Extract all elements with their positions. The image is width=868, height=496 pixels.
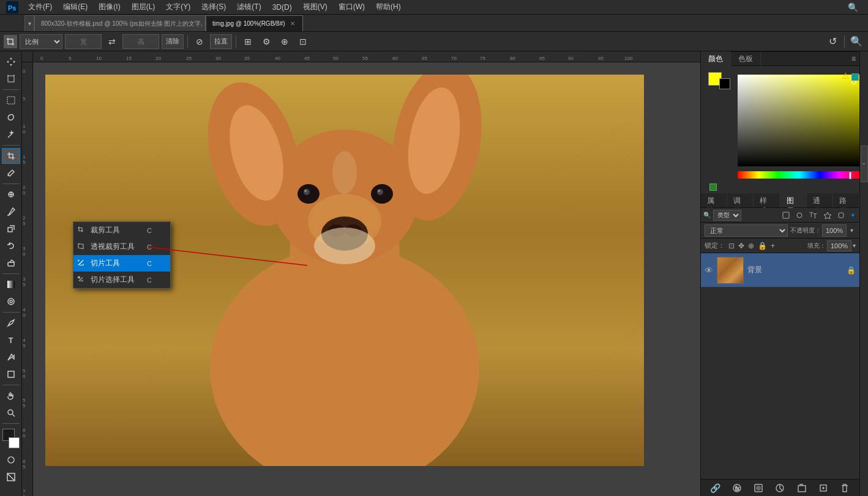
- menu-3d[interactable]: 3D(D): [268, 2, 297, 13]
- lock-pixels-icon[interactable]: ⊡: [728, 242, 735, 250]
- ctx-item-slice[interactable]: 切片工具 C: [73, 255, 170, 272]
- height-input[interactable]: [122, 34, 159, 49]
- web-color-swatch[interactable]: [709, 183, 717, 191]
- filter-active-btn[interactable]: •: [848, 209, 857, 221]
- expand-panels-btn[interactable]: ›: [861, 146, 868, 182]
- tab-color[interactable]: 颜色: [701, 51, 731, 67]
- filter-pixel-btn[interactable]: [780, 209, 792, 221]
- tool-artboard[interactable]: [2, 71, 20, 87]
- lock-extra-icon[interactable]: +: [771, 242, 775, 250]
- tool-blur[interactable]: [2, 294, 20, 309]
- tab-styles[interactable]: 样式: [754, 193, 780, 207]
- opacity-chevron[interactable]: ▾: [848, 224, 856, 237]
- add-style-btn[interactable]: fx: [731, 482, 743, 494]
- divider-1: [187, 35, 188, 48]
- tool-shape[interactable]: [2, 366, 20, 382]
- straighten-btn[interactable]: 拉直: [210, 34, 232, 49]
- bg-swatch[interactable]: [719, 78, 730, 89]
- tool-lasso[interactable]: [2, 109, 20, 125]
- aspect-ratio-select[interactable]: 比例: [20, 34, 62, 49]
- filter-smart-btn[interactable]: [835, 209, 847, 221]
- add-link-btn[interactable]: 🔗: [709, 482, 722, 494]
- zoom-in-btn[interactable]: 🔍: [848, 34, 864, 50]
- menu-text[interactable]: 文字(Y): [161, 1, 195, 13]
- tab-layers[interactable]: 图层: [780, 193, 807, 207]
- lock-artboard-icon[interactable]: ⊕: [748, 242, 754, 250]
- delete-layer-btn[interactable]: [839, 482, 851, 494]
- rotate-btn[interactable]: ↺: [825, 34, 840, 50]
- tool-crop[interactable]: [2, 148, 20, 164]
- layer-type-filter[interactable]: 类型: [713, 210, 741, 221]
- tool-marquee[interactable]: [2, 92, 20, 108]
- color-panel-menu[interactable]: ≡: [848, 54, 859, 63]
- grid-btn[interactable]: ⊞: [240, 34, 256, 50]
- tool-pen[interactable]: [2, 315, 20, 331]
- add-adjustment-btn[interactable]: [774, 482, 786, 494]
- tool-clone[interactable]: [2, 221, 20, 237]
- hue-slider[interactable]: [738, 171, 859, 179]
- tab-1-close[interactable]: ✕: [289, 20, 296, 28]
- blend-mode-select[interactable]: 正常: [705, 224, 788, 237]
- color-swatches[interactable]: [708, 72, 730, 89]
- add-layer-btn[interactable]: [817, 482, 829, 494]
- tab-paths[interactable]: 路径: [833, 193, 859, 207]
- width-input[interactable]: [65, 34, 102, 49]
- menu-image[interactable]: 图像(I): [94, 1, 125, 13]
- menu-window[interactable]: 窗口(W): [334, 1, 370, 13]
- background-color[interactable]: [9, 437, 20, 448]
- tool-eraser[interactable]: [2, 255, 20, 271]
- tool-gradient[interactable]: [2, 276, 20, 292]
- ctx-item-crop[interactable]: 裁剪工具 C: [73, 222, 170, 239]
- tool-path-select[interactable]: [2, 349, 20, 365]
- tool-magic-wand[interactable]: [2, 127, 20, 143]
- tool-text[interactable]: T: [2, 332, 20, 348]
- tool-quick-mask[interactable]: [2, 452, 20, 468]
- menu-layer[interactable]: 图层(L): [127, 1, 160, 13]
- color-web-swatch[interactable]: [851, 73, 859, 81]
- menu-search-icon[interactable]: 🔍: [843, 1, 863, 13]
- ruler-h-0: 0: [40, 56, 43, 61]
- tab-0[interactable]: 800x320-软件模板.psd @ 100% (ps如何去除 图片上的文字, …: [34, 15, 206, 31]
- menu-edit[interactable]: 编辑(E): [58, 1, 92, 13]
- layer-item-background[interactable]: 👁 背景 🔒: [701, 253, 859, 287]
- tab-properties[interactable]: 属性: [701, 193, 727, 207]
- tool-hand[interactable]: [2, 388, 20, 404]
- extra-btn[interactable]: ⊕: [277, 34, 293, 50]
- tool-zoom[interactable]: [2, 405, 20, 421]
- fill-input[interactable]: [827, 240, 851, 251]
- ctx-item-slice-select[interactable]: 切片选择工具 C: [73, 272, 170, 288]
- foreground-background-colors[interactable]: [2, 429, 20, 448]
- swap-dimensions-btn[interactable]: ⇄: [104, 34, 120, 50]
- tabs-collapse-btn[interactable]: ▾: [24, 15, 34, 31]
- layer-visibility-eye[interactable]: 👁: [705, 265, 713, 275]
- settings-btn[interactable]: ⚙: [258, 34, 274, 50]
- expand-btn[interactable]: ⊡: [295, 34, 311, 50]
- lock-position-icon[interactable]: ✥: [738, 242, 744, 250]
- lock-all-icon[interactable]: 🔒: [758, 242, 767, 250]
- ctx-item-perspective-crop[interactable]: 透视裁剪工具 C: [73, 239, 170, 255]
- tool-healing[interactable]: [2, 187, 20, 202]
- tool-screen-mode[interactable]: [2, 469, 20, 485]
- menu-select[interactable]: 选择(S): [196, 1, 231, 13]
- filter-shape-btn[interactable]: [821, 209, 834, 221]
- menu-view[interactable]: 视图(V): [298, 1, 332, 13]
- clear-btn[interactable]: 清除: [162, 34, 184, 49]
- tab-1[interactable]: timg.jpg @ 100%(RGB/8#) ✕: [206, 15, 303, 31]
- tab-swatches[interactable]: 色板: [731, 51, 761, 67]
- tool-history[interactable]: [2, 238, 20, 254]
- filter-type-btn[interactable]: T T: [807, 209, 820, 221]
- tab-channels[interactable]: 通道: [807, 193, 833, 207]
- tab-adjustments[interactable]: 调整: [727, 193, 754, 207]
- color-spectrum[interactable]: [738, 75, 859, 166]
- filter-adjust-btn[interactable]: [793, 209, 806, 221]
- tool-move[interactable]: [2, 54, 20, 70]
- add-mask-btn[interactable]: [752, 482, 765, 494]
- menu-help[interactable]: 帮助(H): [371, 1, 406, 13]
- tool-brush[interactable]: [2, 204, 20, 220]
- add-group-btn[interactable]: [796, 482, 808, 494]
- menu-file[interactable]: 文件(F): [23, 1, 57, 13]
- menu-filter[interactable]: 滤镜(T): [232, 1, 266, 13]
- opacity-input[interactable]: [822, 224, 847, 237]
- tool-eyedropper[interactable]: [2, 165, 20, 181]
- fill-chevron[interactable]: ▾: [853, 242, 856, 249]
